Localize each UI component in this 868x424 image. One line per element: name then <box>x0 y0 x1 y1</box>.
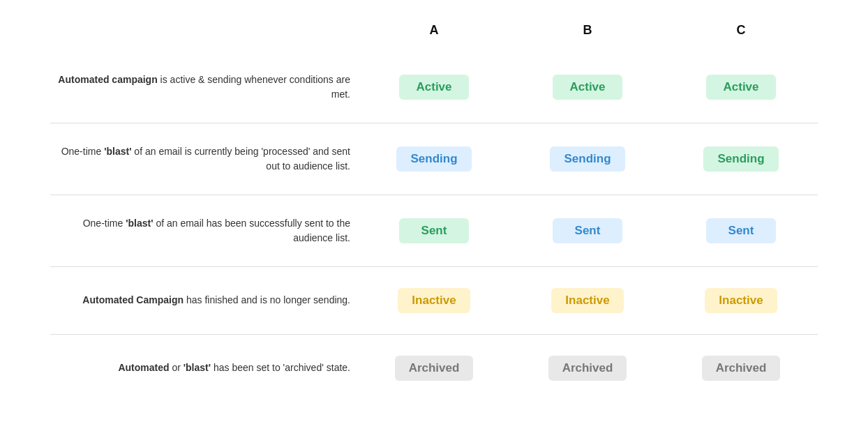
header-col-b: B <box>511 23 664 52</box>
badge-inactive-row-c: Inactive <box>705 288 777 313</box>
badge-archived-row-b: Archived <box>548 356 627 381</box>
badge-col-b: Sending <box>511 123 664 195</box>
badge-col-c: Sending <box>664 123 818 195</box>
badge-sent-row-c: Sent <box>706 218 776 243</box>
badge-sent-row-a: Sent <box>399 218 469 243</box>
badge-col-b: Archived <box>511 334 664 402</box>
badge-col-c: Inactive <box>664 266 818 334</box>
description-text: One-time 'blast' of an email has been su… <box>83 218 350 243</box>
badge-sending-row-a: Sending <box>396 146 471 172</box>
main-container: A B C Automated campaign is active & sen… <box>50 9 818 416</box>
badge-sent-row-b: Sent <box>553 218 622 243</box>
badge-active-row-a: Active <box>399 75 469 100</box>
badge-col-c: Active <box>664 52 818 123</box>
description-text: Automated or 'blast' has been set to 'ar… <box>118 362 350 373</box>
header-col-a: A <box>357 23 511 52</box>
badge-col-a: Inactive <box>357 266 511 334</box>
description-text: Automated Campaign has finished and is n… <box>82 294 350 305</box>
badge-col-c: Sent <box>664 195 818 266</box>
description-cell: One-time 'blast' of an email has been su… <box>50 195 357 266</box>
header-col-c: C <box>664 23 818 52</box>
table-header-row: A B C <box>50 23 818 52</box>
badge-inactive-row-a: Inactive <box>398 288 470 313</box>
badge-col-a: Active <box>357 52 511 123</box>
badge-col-a: Sending <box>357 123 511 195</box>
table-row: Automated Campaign has finished and is n… <box>50 266 818 334</box>
badge-inactive-row-b: Inactive <box>551 288 623 313</box>
description-cell: Automated Campaign has finished and is n… <box>50 266 357 334</box>
table-row: Automated or 'blast' has been set to 'ar… <box>50 334 818 402</box>
badge-col-b: Active <box>511 52 664 123</box>
table-row: One-time 'blast' of an email is currentl… <box>50 123 818 195</box>
badge-sending-row-c: Sending <box>703 146 778 172</box>
description-cell: One-time 'blast' of an email is currentl… <box>50 123 357 195</box>
description-text: Automated campaign is active & sending w… <box>58 74 350 100</box>
table-row: One-time 'blast' of an email has been su… <box>50 195 818 266</box>
badge-sending-row-b: Sending <box>550 146 624 172</box>
badge-col-a: Sent <box>357 195 511 266</box>
table-row: Automated campaign is active & sending w… <box>50 52 818 123</box>
badge-archived-row-a: Archived <box>395 356 474 381</box>
status-table: A B C Automated campaign is active & sen… <box>50 23 818 402</box>
badge-active-row-b: Active <box>553 75 622 100</box>
badge-active-row-c: Active <box>706 75 776 100</box>
badge-col-b: Inactive <box>511 266 664 334</box>
header-description-col <box>50 23 357 52</box>
description-cell: Automated campaign is active & sending w… <box>50 52 357 123</box>
badge-archived-row-c: Archived <box>702 356 781 381</box>
badge-col-c: Archived <box>664 334 818 402</box>
badge-col-a: Archived <box>357 334 511 402</box>
description-text: One-time 'blast' of an email is currentl… <box>61 146 350 172</box>
description-cell: Automated or 'blast' has been set to 'ar… <box>50 334 357 402</box>
badge-col-b: Sent <box>511 195 664 266</box>
